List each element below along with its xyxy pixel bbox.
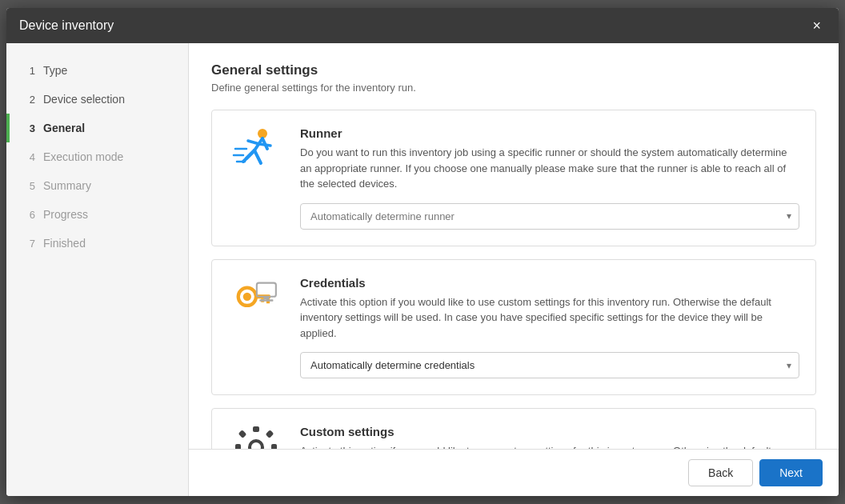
card-content-credentials: CredentialsActivate this option if you w… — [300, 276, 799, 379]
svg-rect-19 — [253, 426, 259, 432]
sidebar-item-general[interactable]: 3General — [6, 114, 188, 142]
main-content: General settings Define general settings… — [189, 43, 839, 496]
close-button[interactable]: × — [807, 15, 826, 36]
svg-line-7 — [243, 150, 254, 162]
custom-settings-icon — [228, 425, 284, 449]
select-runner[interactable]: Automatically determine runner — [300, 203, 799, 230]
card-content-runner: RunnerDo you want to run this inventory … — [300, 126, 799, 230]
sidebar-item-execution-mode: 4Execution mode — [6, 142, 188, 171]
svg-point-12 — [243, 292, 251, 300]
step-label: Finished — [43, 237, 86, 250]
svg-rect-23 — [238, 430, 247, 438]
dialog-title: Device inventory — [19, 18, 114, 33]
sidebar: 1Type2Device selection3General4Execution… — [6, 43, 189, 496]
sidebar-item-progress: 6Progress — [6, 200, 188, 229]
section-title: General settings — [211, 62, 816, 78]
sidebar-item-type[interactable]: 1Type — [6, 56, 188, 85]
step-label: Type — [43, 64, 67, 77]
svg-line-5 — [259, 144, 270, 146]
credentials-icon — [228, 276, 284, 320]
step-number: 4 — [19, 151, 35, 163]
dialog: Device inventory × 1Type2Device selectio… — [6, 8, 839, 496]
sidebar-item-device-selection[interactable]: 2Device selection — [6, 85, 188, 114]
step-label: Execution mode — [43, 150, 123, 163]
step-label: Progress — [43, 208, 88, 221]
card-desc-custom-settings: Activate this option if you would like t… — [300, 443, 799, 449]
select-wrapper-credentials: Automatically determine credentials — [300, 352, 799, 378]
section-subtitle: Define general settings for the inventor… — [211, 82, 816, 94]
select-credentials[interactable]: Automatically determine credentials — [300, 352, 799, 378]
dialog-body: 1Type2Device selection3General4Execution… — [6, 43, 839, 496]
card-title-runner: Runner — [300, 126, 799, 140]
step-label: General — [43, 122, 85, 134]
svg-rect-18 — [259, 299, 273, 302]
back-button[interactable]: Back — [688, 459, 753, 486]
card-desc-runner: Do you want to run this inventory job us… — [300, 145, 799, 192]
step-number: 3 — [19, 122, 35, 134]
card-credentials: CredentialsActivate this option if you w… — [211, 259, 816, 396]
content-area: General settings Define general settings… — [189, 43, 839, 449]
card-title-credentials: Credentials — [300, 276, 799, 290]
card-title-custom-settings: Custom settings — [300, 425, 799, 438]
select-wrapper-runner: Automatically determine runner — [300, 203, 799, 230]
dialog-header: Device inventory × — [6, 8, 839, 43]
step-label: Device selection — [43, 93, 125, 106]
svg-line-6 — [254, 150, 261, 163]
step-number: 5 — [19, 180, 35, 192]
sidebar-item-summary: 5Summary — [6, 171, 188, 200]
card-custom-settings: Custom settingsActivate this option if y… — [211, 408, 816, 449]
card-content-custom-settings: Custom settingsActivate this option if y… — [300, 425, 799, 449]
svg-line-4 — [248, 141, 259, 144]
card-runner: RunnerDo you want to run this inventory … — [211, 110, 816, 246]
svg-rect-16 — [257, 282, 276, 296]
step-number: 2 — [19, 94, 35, 106]
step-label: Summary — [43, 179, 91, 192]
step-number: 7 — [19, 238, 35, 250]
card-desc-credentials: Activate this option if you would like t… — [300, 294, 799, 342]
step-number: 6 — [19, 209, 35, 221]
step-number: 1 — [19, 65, 35, 77]
dialog-footer: Back Next — [189, 449, 839, 496]
sidebar-item-finished: 7Finished — [6, 229, 188, 258]
runner-icon — [228, 126, 284, 174]
next-button[interactable]: Next — [759, 459, 823, 486]
svg-rect-17 — [263, 296, 269, 298]
svg-rect-24 — [266, 430, 274, 438]
